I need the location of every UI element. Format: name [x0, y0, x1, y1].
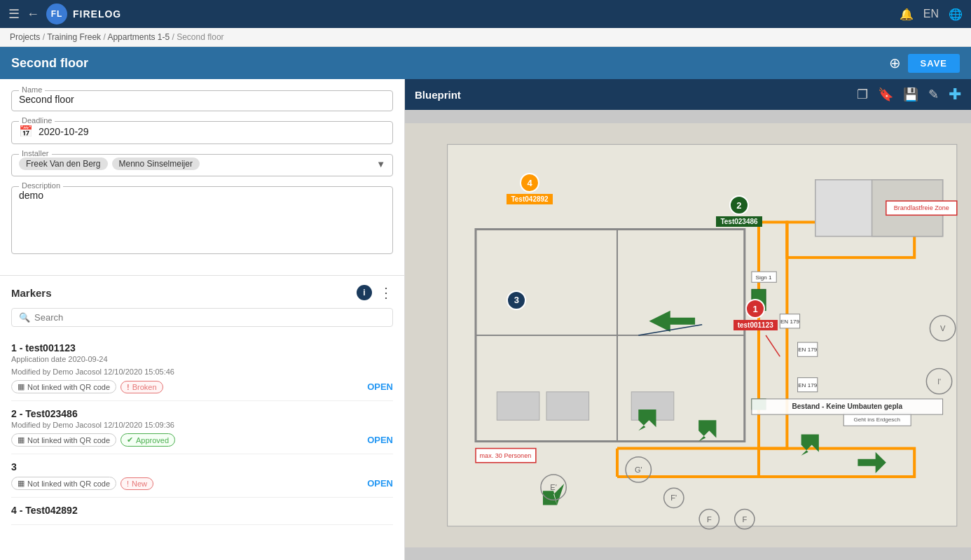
- blueprint-marker-2[interactable]: 2 Test023486: [716, 195, 762, 227]
- installer-chip-1: Freek Van den Berg: [19, 158, 108, 170]
- brand-logo: FL: [46, 4, 67, 24]
- top-nav-icons: 🔔 EN 🌐: [900, 8, 963, 21]
- page-header-actions: ⊕ SAVE: [889, 54, 960, 73]
- back-arrow[interactable]: ←: [27, 7, 39, 22]
- svg-text:F': F': [670, 493, 677, 502]
- language-selector[interactable]: EN: [923, 8, 939, 20]
- grid-view-icon[interactable]: ⊕: [889, 55, 901, 71]
- marker-2-actions: ▦ Not linked with QR code ✔ Approved OPE…: [11, 433, 393, 447]
- breadcrumb-projects[interactable]: Projects: [10, 32, 40, 42]
- svg-text:EN 179: EN 179: [798, 382, 817, 388]
- form-section: Name Deadline 📅 Installer Freek Van den …: [0, 79, 404, 276]
- description-input[interactable]: demo: [19, 190, 385, 246]
- marker-1-title: 1 - test001123: [11, 342, 393, 354]
- marker-1-appdate: Application date 2020-09-24: [11, 355, 393, 363]
- tag-approved-2: ✔ Approved: [120, 433, 175, 447]
- svg-text:max. 30 Personen: max. 30 Personen: [480, 452, 532, 459]
- svg-text:EN 179: EN 179: [780, 318, 799, 325]
- save-blueprint-icon[interactable]: 💾: [903, 87, 918, 102]
- marker-4-label: Test042892: [507, 194, 552, 204]
- svg-text:I': I': [937, 378, 941, 386]
- name-field-group: Name: [11, 90, 393, 111]
- svg-text:E': E': [550, 483, 557, 491]
- brand: FL FIRELOG: [46, 4, 893, 24]
- page-header: Second floor ⊕ SAVE: [0, 47, 971, 79]
- marker-1-open[interactable]: OPEN: [367, 382, 393, 392]
- deadline-wrapper: 📅: [19, 125, 385, 138]
- fullscreen-icon[interactable]: ❐: [857, 87, 868, 102]
- svg-text:Bestand - Keine Umbauten gepla: Bestand - Keine Umbauten gepla: [792, 402, 902, 410]
- name-label: Name: [19, 85, 45, 94]
- marker-2-open[interactable]: OPEN: [367, 435, 393, 445]
- hamburger-menu[interactable]: ☰: [8, 6, 20, 22]
- edit-blueprint-icon[interactable]: ✎: [928, 87, 939, 102]
- description-field-group: Description demo: [11, 186, 393, 254]
- globe-icon: 🌐: [949, 8, 963, 21]
- floorplan-svg: EN 179 EN 179 EN 179 Brandlastfreie Zone…: [405, 110, 971, 560]
- marker-3-tags: ▦ Not linked with QR code ! New: [11, 477, 153, 490]
- breadcrumb-current: Second floor: [177, 32, 223, 42]
- markers-header: Markers i ⋮: [11, 284, 393, 301]
- marker-1-tags: ▦ Not linked with QR code ! Broken: [11, 380, 163, 393]
- marker-3-open[interactable]: OPEN: [367, 478, 393, 489]
- info-icon[interactable]: i: [357, 285, 372, 300]
- name-input[interactable]: [19, 94, 385, 105]
- marker-item-4: 4 - Test042892: [11, 498, 393, 525]
- approved-icon-2: ✔: [127, 435, 133, 444]
- more-options-icon[interactable]: ⋮: [379, 284, 393, 301]
- tag-broken-1: ! Broken: [120, 381, 163, 393]
- marker-2-modified: Modified by Demo Jacosol 12/10/2020 15:0…: [11, 421, 393, 429]
- bookmark-icon[interactable]: 🔖: [878, 87, 893, 102]
- search-box: 🔍: [11, 308, 393, 327]
- marker-item-1: 1 - test001123 Application date 2020-09-…: [11, 335, 393, 401]
- marker-1-modified: Modified by Demo Jacosol 12/10/2020 15:0…: [11, 368, 393, 376]
- svg-text:G': G': [635, 465, 642, 474]
- marker-3-actions: ▦ Not linked with QR code ! New OPEN: [11, 477, 393, 490]
- search-icon: 🔍: [19, 312, 30, 323]
- installer-dropdown-icon[interactable]: ▼: [376, 159, 385, 169]
- tag-not-linked-qr-3: ▦ Not linked with QR code: [11, 477, 116, 490]
- marker-1-label: test001123: [734, 320, 778, 330]
- tag-new-3: ! New: [120, 477, 153, 490]
- qr-icon-3: ▦: [18, 479, 25, 488]
- brand-name: FIRELOG: [73, 8, 121, 20]
- svg-text:EN 179: EN 179: [798, 346, 817, 353]
- markers-icons: i ⋮: [357, 284, 393, 301]
- marker-3-title: 3: [11, 461, 393, 472]
- markers-section: Markers i ⋮ 🔍 1 - test001123 Application…: [0, 276, 404, 560]
- add-blueprint-icon[interactable]: ✚: [949, 85, 961, 104]
- marker-1-actions: ▦ Not linked with QR code ! Broken OPEN: [11, 380, 393, 393]
- page-title: Second floor: [11, 56, 88, 71]
- blueprint-marker-4[interactable]: 4 Test042892: [507, 173, 552, 204]
- marker-2-tags: ▦ Not linked with QR code ✔ Approved: [11, 433, 175, 447]
- marker-item-2: 2 - Test023486 Modified by Demo Jacosol …: [11, 401, 393, 454]
- blueprint-actions: ❐ 🔖 💾 ✎ ✚: [857, 85, 961, 104]
- broken-icon-1: !: [127, 383, 130, 391]
- save-button[interactable]: SAVE: [908, 54, 960, 73]
- installer-field-group: Installer Freek Van den Berg Menno Sinse…: [11, 154, 393, 176]
- blueprint-title: Blueprint: [415, 89, 857, 101]
- svg-text:Brandlastfreie Zone: Brandlastfreie Zone: [894, 204, 949, 211]
- notification-icon[interactable]: 🔔: [900, 8, 914, 21]
- blueprint-canvas: EN 179 EN 179 EN 179 Brandlastfreie Zone…: [405, 110, 971, 560]
- installer-label: Installer: [19, 149, 52, 158]
- calendar-icon[interactable]: 📅: [19, 125, 33, 138]
- blueprint-marker-1[interactable]: 1 test001123: [734, 299, 778, 330]
- blueprint-marker-3[interactable]: 3: [507, 290, 526, 310]
- top-nav: ☰ ← FL FIRELOG 🔔 EN 🌐: [0, 0, 971, 28]
- new-icon-3: !: [127, 479, 129, 488]
- search-input[interactable]: [34, 312, 385, 323]
- svg-rect-13: [497, 392, 539, 420]
- qr-icon-1: ▦: [18, 382, 25, 391]
- qr-icon-2: ▦: [18, 435, 25, 444]
- svg-rect-14: [546, 392, 589, 420]
- breadcrumb-training[interactable]: Training Freek: [47, 32, 101, 42]
- description-label: Description: [19, 181, 63, 190]
- deadline-label: Deadline: [19, 116, 55, 125]
- deadline-input[interactable]: [39, 126, 385, 137]
- marker-item-3: 3 ▦ Not linked with QR code ! New OPEN: [11, 454, 393, 498]
- svg-text:Geht ins Erdgesch: Geht ins Erdgesch: [853, 416, 900, 423]
- breadcrumb-appartments[interactable]: Appartments 1-5: [107, 32, 170, 42]
- svg-text:Sign 1: Sign 1: [756, 274, 772, 281]
- breadcrumb: Projects / Training Freek / Appartments …: [0, 28, 971, 47]
